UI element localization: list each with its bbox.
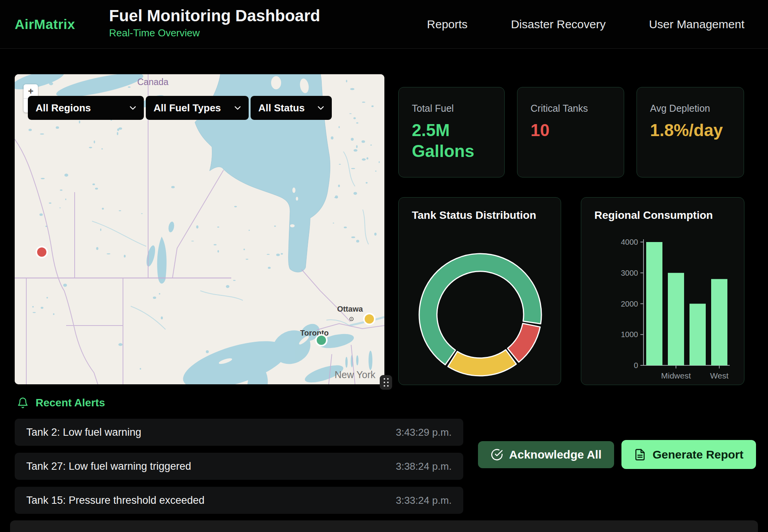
- status-filter-value: All Status: [258, 102, 305, 114]
- stat-value-total-fuel: 2.5M Gallons: [412, 120, 476, 161]
- recent-alerts-title: Recent Alerts: [36, 397, 105, 409]
- main-nav: Reports Disaster Recovery User Managemen…: [427, 0, 744, 48]
- bar-x-tick-label: Midwest: [661, 371, 691, 380]
- chevron-down-icon: [317, 106, 324, 110]
- bar-y-tick-label: 2000: [621, 300, 638, 308]
- alert-row: Tank 27: Low fuel warning triggered 3:38…: [15, 453, 463, 480]
- map-marker-normal[interactable]: [316, 335, 327, 346]
- region-filter-value: All Regions: [36, 102, 91, 114]
- tank-status-distribution-card: Tank Status Distribution: [398, 197, 561, 385]
- recent-alerts-header: Recent Alerts: [17, 397, 105, 409]
- generate-report-label: Generate Report: [652, 448, 743, 461]
- nav-disaster-recovery[interactable]: Disaster Recovery: [511, 18, 606, 31]
- stat-value-critical-tanks: 10: [531, 120, 550, 141]
- page-subtitle: Real-Time Overview: [109, 27, 320, 39]
- map-image: Canada Ottawa Toronto New York: [15, 74, 384, 384]
- map-marker-critical[interactable]: [36, 247, 47, 257]
- report-document-icon: [634, 448, 646, 461]
- header: AirMatrix Fuel Monitoring Dashboard Real…: [0, 0, 768, 49]
- stat-label: Avg Depletion: [650, 103, 710, 114]
- alert-message: Tank 27: Low fuel warning triggered: [26, 460, 191, 472]
- donut-segment-critical: [508, 323, 540, 362]
- stat-card-critical-tanks: Critical Tanks 10: [517, 87, 624, 177]
- alert-timestamp: 3:33:24 p.m.: [396, 494, 452, 506]
- map-marker-warning[interactable]: [364, 314, 375, 324]
- donut-segment-warning: [448, 350, 516, 376]
- map-label-ottawa: Ottawa: [337, 305, 364, 313]
- bar-y-tick-label: 4000: [621, 238, 638, 246]
- stat-value-avg-depletion: 1.8%/day: [650, 120, 714, 141]
- map-label-new-york: New York: [335, 369, 375, 380]
- check-circle-icon: [491, 448, 503, 461]
- chevron-down-icon: [130, 106, 136, 110]
- regional-consumption-card: Regional Consumption 01000200030004000Mi…: [581, 197, 744, 385]
- page-title-block: Fuel Monitoring Dashboard Real-Time Over…: [109, 7, 320, 39]
- nav-user-management[interactable]: User Management: [649, 18, 744, 31]
- alert-row: Tank 15: Pressure threshold exceeded 3:3…: [15, 487, 463, 514]
- acknowledge-all-label: Acknowledge All: [509, 448, 602, 461]
- alert-message: Tank 15: Pressure threshold exceeded: [26, 494, 205, 506]
- stat-card-total-fuel: Total Fuel 2.5M Gallons: [398, 87, 505, 177]
- region-filter-select[interactable]: All Regions: [28, 96, 144, 120]
- bottom-panel-edge: [10, 520, 758, 532]
- status-filter-select[interactable]: All Status: [251, 96, 332, 120]
- brand-logo: AirMatrix: [15, 0, 75, 48]
- bar-y-tick-label: 0: [634, 361, 638, 370]
- alert-timestamp: 3:43:29 p.m.: [396, 426, 452, 438]
- stat-label: Critical Tanks: [531, 103, 588, 114]
- tank-status-donut-chart: [399, 198, 561, 385]
- page-title: Fuel Monitoring Dashboard: [109, 7, 320, 25]
- map-resize-handle[interactable]: [380, 375, 392, 390]
- chevron-down-icon: [234, 106, 241, 110]
- bar-y-tick-label: 3000: [621, 269, 638, 277]
- alert-row: Tank 2: Low fuel warning 3:43:29 p.m.: [15, 419, 463, 446]
- stat-label: Total Fuel: [412, 103, 454, 114]
- fuel-monitoring-dashboard: AirMatrix Fuel Monitoring Dashboard Real…: [0, 0, 768, 532]
- consumption-bar: [711, 279, 727, 365]
- alert-timestamp: 3:38:24 p.m.: [396, 460, 452, 472]
- acknowledge-all-button[interactable]: Acknowledge All: [478, 441, 614, 468]
- consumption-bar: [668, 273, 684, 365]
- regional-consumption-bar-chart: 01000200030004000MidwestWest: [581, 198, 745, 385]
- consumption-bar: [689, 304, 706, 366]
- bell-icon: [17, 397, 29, 409]
- bar-x-tick-label: West: [710, 371, 729, 380]
- map-panel: Canada Ottawa Toronto New York + − All R…: [15, 74, 384, 384]
- consumption-bar: [646, 242, 662, 365]
- generate-report-button[interactable]: Generate Report: [621, 440, 756, 469]
- fuel-type-filter-select[interactable]: All Fuel Types: [146, 96, 249, 120]
- map-filter-bar: All Regions All Fuel Types All Status: [28, 96, 332, 120]
- bar-y-tick-label: 1000: [621, 330, 638, 339]
- fuel-type-filter-value: All Fuel Types: [154, 102, 221, 114]
- nav-reports[interactable]: Reports: [427, 18, 468, 31]
- map-label-canada: Canada: [137, 77, 169, 87]
- stat-card-avg-depletion: Avg Depletion 1.8%/day: [637, 87, 744, 177]
- alert-message: Tank 2: Low fuel warning: [26, 426, 141, 438]
- map-canvas[interactable]: Canada Ottawa Toronto New York + − All R…: [15, 74, 384, 384]
